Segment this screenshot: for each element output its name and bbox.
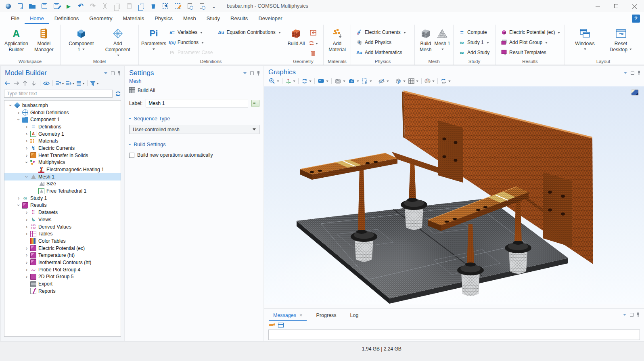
functions-button[interactable]: f(x) Functions <box>166 38 215 47</box>
refresh-icon[interactable] <box>115 91 121 97</box>
tree-expander-icon[interactable] <box>23 145 30 151</box>
move-down-button[interactable] <box>30 79 38 87</box>
mesh-1-button[interactable]: Mesh 1 <box>434 26 451 53</box>
tree-item[interactable]: Color Tables <box>4 237 121 245</box>
tree-item[interactable]: Size <box>4 180 121 188</box>
study-1-button[interactable]: ∞ Study 1 <box>456 38 492 47</box>
rename-button[interactable] <box>251 100 259 107</box>
go-to-view-button[interactable] <box>284 77 297 85</box>
rotate-button[interactable] <box>300 77 313 85</box>
image-snapshot-button[interactable] <box>333 77 347 85</box>
menu-tab[interactable]: Definitions <box>49 13 84 24</box>
tree-item[interactable]: Results <box>4 202 121 209</box>
menu-tab[interactable]: Physics <box>149 13 178 24</box>
add-physics-button[interactable]: Add Physics <box>353 38 408 47</box>
add-study-button[interactable]: ∞ Add Study <box>456 48 492 57</box>
tree-item[interactable]: Geometry 1 <box>4 130 121 138</box>
qat-button[interactable] <box>15 2 25 10</box>
collapse-all-button[interactable] <box>55 79 65 87</box>
minimize-button[interactable] <box>588 0 607 12</box>
panel-menu-icon[interactable] <box>104 72 107 76</box>
close-button[interactable] <box>625 0 644 12</box>
tree-expander-icon[interactable] <box>23 231 30 237</box>
tree-expander-icon[interactable] <box>23 131 30 137</box>
tree-item[interactable]: Mesh 1 <box>4 173 121 180</box>
qat-button[interactable] <box>161 2 170 10</box>
tree-expander-icon[interactable] <box>23 260 30 265</box>
qat-button[interactable] <box>40 2 49 10</box>
tree-item[interactable]: Electric Currents <box>4 145 121 152</box>
qat-button[interactable] <box>112 2 122 10</box>
busbar-3d-model[interactable] <box>264 86 644 304</box>
float-panel-icon[interactable] <box>631 71 634 75</box>
tree-item[interactable]: Probe Plot Group 4 <box>4 266 121 273</box>
scene-light-button[interactable] <box>347 77 360 85</box>
expand-all-button[interactable] <box>65 79 75 87</box>
rebuild-button[interactable] <box>308 39 318 48</box>
menu-tab[interactable]: Mesh <box>178 13 201 24</box>
qat-button[interactable] <box>197 2 207 10</box>
qat-button[interactable] <box>124 2 134 10</box>
tree-filter-input[interactable] <box>4 90 113 98</box>
tree-expander-icon[interactable] <box>23 246 30 251</box>
tree-expander-icon[interactable] <box>23 124 30 130</box>
help-button[interactable]: ? <box>632 15 640 23</box>
reset-desktop-button[interactable]: Reset Desktop <box>608 26 634 53</box>
result-templates-button[interactable]: Result Templates <box>498 48 562 57</box>
compute-button[interactable]: = Compute <box>456 28 492 37</box>
plot-image-button[interactable] <box>631 90 638 95</box>
tree-item[interactable]: Component 1 <box>4 116 121 123</box>
view-button[interactable] <box>316 77 330 85</box>
hide-button[interactable] <box>377 77 390 85</box>
tree-item[interactable]: Global Definitions <box>4 109 121 116</box>
move-up-button[interactable] <box>21 79 29 87</box>
show-button[interactable] <box>42 79 50 87</box>
remove-details-button[interactable] <box>308 49 318 58</box>
pin-panel-icon[interactable] <box>257 71 259 76</box>
application-builder-button[interactable]: A Application Builder <box>2 26 30 53</box>
pin-panel-icon[interactable] <box>118 71 120 76</box>
tree-item[interactable]: Study 1 <box>4 195 121 202</box>
add-mathematics-button[interactable]: Δu Add Mathematics <box>353 48 408 57</box>
menu-tab[interactable]: Materials <box>117 13 149 24</box>
messages-tab[interactable]: Log <box>346 311 363 321</box>
tree-item[interactable]: Derived Values <box>4 223 121 231</box>
clear-messages-icon[interactable] <box>269 322 275 328</box>
menu-tab[interactable]: Developer <box>253 13 287 24</box>
qat-button[interactable] <box>209 2 219 10</box>
electric-currents-button[interactable]: Electric Currents <box>353 28 408 37</box>
tree-expander-icon[interactable] <box>23 174 30 180</box>
tree-expander-icon[interactable] <box>23 138 30 144</box>
tree-expander-icon[interactable] <box>15 117 22 122</box>
menu-tab[interactable]: Geometry <box>84 13 117 24</box>
tree-expander-icon[interactable] <box>15 195 22 201</box>
tree-expander-icon[interactable] <box>23 274 30 279</box>
parameters-button[interactable]: Pi Parameters <box>141 26 166 51</box>
qat-button[interactable] <box>64 2 73 10</box>
build-all-button[interactable]: Build All <box>125 86 263 97</box>
float-panel-icon[interactable] <box>111 71 115 75</box>
back-button[interactable] <box>3 79 11 87</box>
add-material-button[interactable]: Add Material <box>326 26 348 53</box>
auto-build-checkbox[interactable] <box>129 153 134 158</box>
tree-item[interactable]: Electric Potential (ec) <box>4 245 121 252</box>
tree-item[interactable]: Definitions <box>4 123 121 130</box>
equation-contributions-button[interactable]: Δu Equation Contributions <box>215 28 283 37</box>
component-1-button[interactable]: Component 1 <box>67 26 96 53</box>
open-table-icon[interactable] <box>278 323 284 327</box>
menu-tab[interactable]: Results <box>225 13 253 24</box>
tree-item[interactable]: Materials <box>4 137 121 145</box>
update-button[interactable] <box>439 77 452 85</box>
tree-expander-icon[interactable] <box>23 210 30 215</box>
grid-button[interactable] <box>407 77 420 85</box>
qat-button[interactable] <box>27 2 37 10</box>
tree-item[interactable]: Temperature (ht) <box>4 252 121 259</box>
messages-tab[interactable]: Messages <box>269 311 307 321</box>
tree-item[interactable]: Multiphysics <box>4 159 121 166</box>
tree-expander-icon[interactable] <box>7 103 14 108</box>
menu-tab[interactable]: Home <box>25 13 49 24</box>
maximize-button[interactable] <box>607 0 625 12</box>
model-manager-button[interactable]: Model Manager <box>30 26 58 53</box>
qat-button[interactable] <box>3 2 13 10</box>
pin-panel-icon[interactable] <box>637 313 639 317</box>
